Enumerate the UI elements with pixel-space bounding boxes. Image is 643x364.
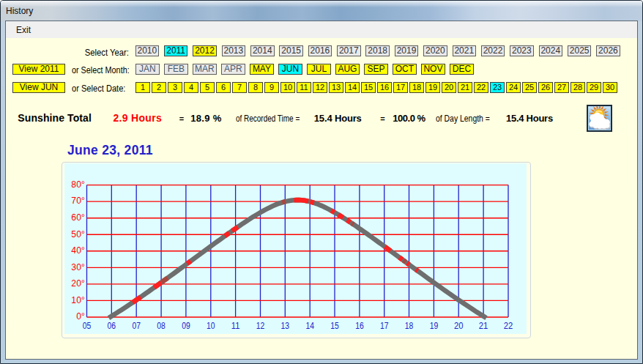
svg-text:08: 08: [157, 321, 166, 331]
svg-text:16: 16: [355, 321, 364, 331]
svg-text:11: 11: [231, 321, 240, 331]
svg-text:15: 15: [330, 321, 339, 331]
svg-text:09: 09: [182, 321, 190, 331]
svg-text:17: 17: [380, 321, 389, 331]
svg-text:50°: 50°: [71, 229, 85, 239]
svg-text:20: 20: [454, 321, 464, 331]
svg-text:20°: 20°: [71, 278, 85, 289]
svg-text:07: 07: [132, 321, 141, 331]
svg-text:80°: 80°: [71, 179, 85, 190]
svg-text:30°: 30°: [71, 262, 85, 272]
svg-text:14: 14: [305, 321, 314, 331]
svg-text:22: 22: [504, 321, 513, 331]
svg-text:10°: 10°: [71, 295, 85, 305]
svg-text:05: 05: [83, 321, 92, 331]
svg-text:06: 06: [108, 321, 116, 331]
svg-text:18: 18: [405, 321, 414, 331]
svg-text:40°: 40°: [71, 245, 85, 256]
svg-text:12: 12: [256, 321, 265, 331]
svg-text:70°: 70°: [71, 196, 85, 206]
svg-text:21: 21: [479, 321, 488, 331]
svg-text:13: 13: [281, 321, 290, 331]
svg-text:10: 10: [207, 321, 215, 331]
svg-text:60°: 60°: [71, 212, 85, 223]
svg-text:19: 19: [430, 321, 439, 331]
